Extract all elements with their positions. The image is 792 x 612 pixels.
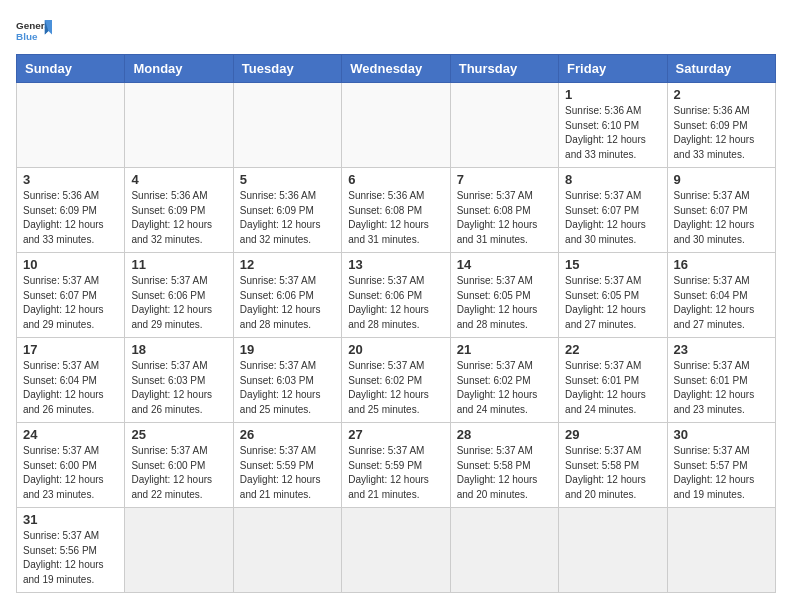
weekday-header-saturday: Saturday	[667, 55, 775, 83]
calendar-day	[233, 508, 341, 593]
day-number: 25	[131, 427, 226, 442]
day-number: 22	[565, 342, 660, 357]
calendar-day: 13Sunrise: 5:37 AM Sunset: 6:06 PM Dayli…	[342, 253, 450, 338]
day-info: Sunrise: 5:37 AM Sunset: 6:07 PM Dayligh…	[674, 189, 769, 247]
calendar-day: 10Sunrise: 5:37 AM Sunset: 6:07 PM Dayli…	[17, 253, 125, 338]
day-info: Sunrise: 5:37 AM Sunset: 5:58 PM Dayligh…	[565, 444, 660, 502]
page-header: General Blue	[16, 16, 776, 44]
calendar-day: 23Sunrise: 5:37 AM Sunset: 6:01 PM Dayli…	[667, 338, 775, 423]
day-number: 18	[131, 342, 226, 357]
day-info: Sunrise: 5:37 AM Sunset: 5:59 PM Dayligh…	[240, 444, 335, 502]
day-info: Sunrise: 5:37 AM Sunset: 6:06 PM Dayligh…	[240, 274, 335, 332]
day-info: Sunrise: 5:37 AM Sunset: 6:00 PM Dayligh…	[23, 444, 118, 502]
calendar-day: 6Sunrise: 5:36 AM Sunset: 6:08 PM Daylig…	[342, 168, 450, 253]
day-info: Sunrise: 5:37 AM Sunset: 6:04 PM Dayligh…	[23, 359, 118, 417]
calendar-day	[667, 508, 775, 593]
day-info: Sunrise: 5:37 AM Sunset: 6:07 PM Dayligh…	[565, 189, 660, 247]
weekday-header-monday: Monday	[125, 55, 233, 83]
calendar-day	[125, 83, 233, 168]
calendar-day: 26Sunrise: 5:37 AM Sunset: 5:59 PM Dayli…	[233, 423, 341, 508]
day-number: 15	[565, 257, 660, 272]
day-number: 24	[23, 427, 118, 442]
calendar-day: 18Sunrise: 5:37 AM Sunset: 6:03 PM Dayli…	[125, 338, 233, 423]
calendar-day: 11Sunrise: 5:37 AM Sunset: 6:06 PM Dayli…	[125, 253, 233, 338]
day-number: 20	[348, 342, 443, 357]
calendar-day: 28Sunrise: 5:37 AM Sunset: 5:58 PM Dayli…	[450, 423, 558, 508]
day-number: 30	[674, 427, 769, 442]
logo: General Blue	[16, 16, 52, 44]
day-number: 16	[674, 257, 769, 272]
calendar-day: 15Sunrise: 5:37 AM Sunset: 6:05 PM Dayli…	[559, 253, 667, 338]
week-row-5: 24Sunrise: 5:37 AM Sunset: 6:00 PM Dayli…	[17, 423, 776, 508]
calendar-day	[17, 83, 125, 168]
day-number: 26	[240, 427, 335, 442]
day-number: 2	[674, 87, 769, 102]
day-info: Sunrise: 5:37 AM Sunset: 6:05 PM Dayligh…	[565, 274, 660, 332]
day-number: 1	[565, 87, 660, 102]
calendar-day	[450, 83, 558, 168]
day-number: 9	[674, 172, 769, 187]
day-info: Sunrise: 5:37 AM Sunset: 6:06 PM Dayligh…	[348, 274, 443, 332]
calendar-day	[342, 508, 450, 593]
day-info: Sunrise: 5:37 AM Sunset: 6:04 PM Dayligh…	[674, 274, 769, 332]
svg-text:Blue: Blue	[16, 31, 38, 42]
day-info: Sunrise: 5:36 AM Sunset: 6:09 PM Dayligh…	[23, 189, 118, 247]
weekday-header-friday: Friday	[559, 55, 667, 83]
calendar-day	[559, 508, 667, 593]
calendar-day: 12Sunrise: 5:37 AM Sunset: 6:06 PM Dayli…	[233, 253, 341, 338]
day-number: 13	[348, 257, 443, 272]
day-number: 8	[565, 172, 660, 187]
day-info: Sunrise: 5:36 AM Sunset: 6:08 PM Dayligh…	[348, 189, 443, 247]
week-row-6: 31Sunrise: 5:37 AM Sunset: 5:56 PM Dayli…	[17, 508, 776, 593]
day-info: Sunrise: 5:36 AM Sunset: 6:10 PM Dayligh…	[565, 104, 660, 162]
day-number: 31	[23, 512, 118, 527]
day-number: 3	[23, 172, 118, 187]
day-info: Sunrise: 5:37 AM Sunset: 6:01 PM Dayligh…	[565, 359, 660, 417]
day-info: Sunrise: 5:37 AM Sunset: 6:03 PM Dayligh…	[131, 359, 226, 417]
calendar-table: SundayMondayTuesdayWednesdayThursdayFrid…	[16, 54, 776, 593]
day-number: 5	[240, 172, 335, 187]
day-number: 28	[457, 427, 552, 442]
calendar-day: 9Sunrise: 5:37 AM Sunset: 6:07 PM Daylig…	[667, 168, 775, 253]
calendar-day: 7Sunrise: 5:37 AM Sunset: 6:08 PM Daylig…	[450, 168, 558, 253]
weekday-header-sunday: Sunday	[17, 55, 125, 83]
day-number: 27	[348, 427, 443, 442]
calendar-day: 2Sunrise: 5:36 AM Sunset: 6:09 PM Daylig…	[667, 83, 775, 168]
calendar-day: 27Sunrise: 5:37 AM Sunset: 5:59 PM Dayli…	[342, 423, 450, 508]
day-number: 4	[131, 172, 226, 187]
calendar-day: 4Sunrise: 5:36 AM Sunset: 6:09 PM Daylig…	[125, 168, 233, 253]
day-number: 7	[457, 172, 552, 187]
weekday-header-row: SundayMondayTuesdayWednesdayThursdayFrid…	[17, 55, 776, 83]
calendar-day: 22Sunrise: 5:37 AM Sunset: 6:01 PM Dayli…	[559, 338, 667, 423]
day-info: Sunrise: 5:36 AM Sunset: 6:09 PM Dayligh…	[131, 189, 226, 247]
day-info: Sunrise: 5:37 AM Sunset: 6:03 PM Dayligh…	[240, 359, 335, 417]
day-number: 10	[23, 257, 118, 272]
calendar-day: 3Sunrise: 5:36 AM Sunset: 6:09 PM Daylig…	[17, 168, 125, 253]
day-number: 21	[457, 342, 552, 357]
calendar-day: 8Sunrise: 5:37 AM Sunset: 6:07 PM Daylig…	[559, 168, 667, 253]
calendar-day: 16Sunrise: 5:37 AM Sunset: 6:04 PM Dayli…	[667, 253, 775, 338]
calendar-day: 29Sunrise: 5:37 AM Sunset: 5:58 PM Dayli…	[559, 423, 667, 508]
weekday-header-tuesday: Tuesday	[233, 55, 341, 83]
day-number: 14	[457, 257, 552, 272]
calendar-day: 1Sunrise: 5:36 AM Sunset: 6:10 PM Daylig…	[559, 83, 667, 168]
calendar-day	[450, 508, 558, 593]
day-info: Sunrise: 5:36 AM Sunset: 6:09 PM Dayligh…	[240, 189, 335, 247]
calendar-day: 17Sunrise: 5:37 AM Sunset: 6:04 PM Dayli…	[17, 338, 125, 423]
weekday-header-wednesday: Wednesday	[342, 55, 450, 83]
calendar-day: 19Sunrise: 5:37 AM Sunset: 6:03 PM Dayli…	[233, 338, 341, 423]
week-row-4: 17Sunrise: 5:37 AM Sunset: 6:04 PM Dayli…	[17, 338, 776, 423]
day-info: Sunrise: 5:37 AM Sunset: 5:57 PM Dayligh…	[674, 444, 769, 502]
day-info: Sunrise: 5:37 AM Sunset: 6:02 PM Dayligh…	[457, 359, 552, 417]
week-row-3: 10Sunrise: 5:37 AM Sunset: 6:07 PM Dayli…	[17, 253, 776, 338]
day-number: 29	[565, 427, 660, 442]
day-info: Sunrise: 5:37 AM Sunset: 6:06 PM Dayligh…	[131, 274, 226, 332]
week-row-1: 1Sunrise: 5:36 AM Sunset: 6:10 PM Daylig…	[17, 83, 776, 168]
day-info: Sunrise: 5:37 AM Sunset: 6:08 PM Dayligh…	[457, 189, 552, 247]
day-info: Sunrise: 5:37 AM Sunset: 6:00 PM Dayligh…	[131, 444, 226, 502]
calendar-day: 31Sunrise: 5:37 AM Sunset: 5:56 PM Dayli…	[17, 508, 125, 593]
day-info: Sunrise: 5:37 AM Sunset: 6:02 PM Dayligh…	[348, 359, 443, 417]
calendar-day: 20Sunrise: 5:37 AM Sunset: 6:02 PM Dayli…	[342, 338, 450, 423]
calendar-day	[342, 83, 450, 168]
calendar-day: 5Sunrise: 5:36 AM Sunset: 6:09 PM Daylig…	[233, 168, 341, 253]
